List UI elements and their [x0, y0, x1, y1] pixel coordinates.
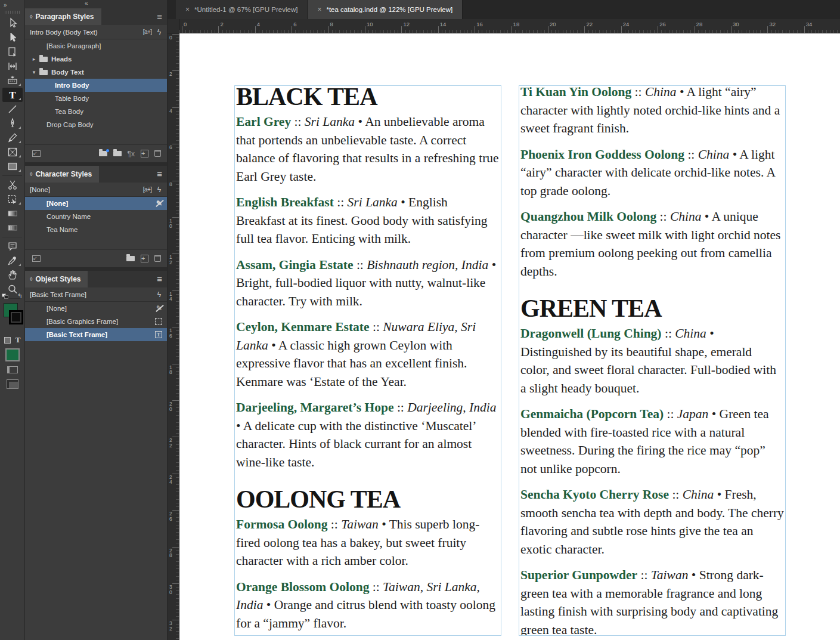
character-styles-tab[interactable]: ◊ Character Styles: [25, 166, 99, 183]
page-tool[interactable]: [2, 45, 23, 59]
note-tool[interactable]: [2, 239, 23, 253]
section-heading[interactable]: GREEN TEA: [520, 295, 784, 322]
apply-color-button[interactable]: [5, 348, 20, 361]
new-style-group-icon[interactable]: [113, 151, 122, 156]
section-heading[interactable]: OOLONG TEA: [236, 486, 500, 513]
style-row[interactable]: Tea Body: [25, 105, 167, 118]
paragraph-styles-footer: ↙ ¶x +: [25, 144, 167, 162]
section-heading[interactable]: BLACK TEA: [236, 85, 500, 110]
object-styles-tab[interactable]: ◊ Object Styles: [25, 271, 88, 287]
frame-tool[interactable]: [2, 145, 23, 159]
new-style-group-icon[interactable]: [126, 256, 135, 261]
ruler-corner[interactable]: [168, 19, 179, 33]
ruler-tick-label: 0: [184, 21, 187, 27]
close-tab-icon[interactable]: ×: [317, 5, 321, 14]
style-row[interactable]: ▾Body Text: [25, 66, 167, 79]
style-row[interactable]: Table Body: [25, 92, 167, 105]
horizontal-ruler[interactable]: 0246810121416182022242628303234: [168, 19, 840, 33]
tea-entry[interactable]: Quangzhou Milk Oolong :: China • A uniqu…: [520, 208, 784, 280]
graphics-frame-icon: [155, 318, 162, 325]
clear-overrides-icon[interactable]: ¶x: [128, 150, 135, 158]
style-row[interactable]: [Basic Paragraph]: [25, 39, 167, 52]
panel-menu-icon[interactable]: ≡: [157, 274, 162, 284]
style-row[interactable]: [Basic Text Frame]T: [25, 328, 167, 341]
scissors-tool[interactable]: [2, 178, 23, 192]
tea-entry[interactable]: Assam, Gingia Estate :: Bishnauth region…: [236, 256, 500, 311]
eyedropper-tool[interactable]: [2, 253, 23, 268]
caret-expanded-icon[interactable]: ▾: [30, 69, 38, 75]
style-group-options-icon[interactable]: [99, 151, 107, 156]
style-row[interactable]: ▸Heads: [25, 52, 167, 66]
rectangle-tool[interactable]: [2, 159, 23, 174]
delete-style-icon[interactable]: [154, 150, 161, 157]
tea-entry[interactable]: Ceylon, Kenmare Estate :: Nuwara Eliya, …: [236, 318, 500, 391]
gap-tool[interactable]: [2, 59, 23, 73]
tea-entry[interactable]: Superior Gunpowder :: Taiwan • Strong da…: [520, 566, 784, 636]
style-row[interactable]: [Basic Graphics Frame]: [25, 315, 167, 328]
create-new-style-icon[interactable]: +: [141, 150, 148, 157]
swap-fill-stroke-icon[interactable]: ↰: [17, 292, 23, 300]
ruler-tick-label: 2 2: [169, 438, 172, 448]
gradient-tool[interactable]: [2, 206, 23, 221]
tea-entry[interactable]: Darjeeling, Margaret’s Hope :: Darjeelin…: [236, 398, 500, 471]
style-row[interactable]: [None]✎: [25, 197, 167, 210]
tab-tea-catalog[interactable]: × *tea catalog.indd @ 122% [GPU Preview]: [308, 0, 463, 19]
direct-selection-tool[interactable]: [2, 30, 23, 45]
delete-style-icon[interactable]: [154, 255, 161, 262]
style-row[interactable]: Tea Name: [25, 223, 167, 236]
folder-icon: [39, 70, 48, 75]
ruler-tick-label: 28: [696, 21, 703, 27]
caret-collapsed-icon[interactable]: ▸: [30, 56, 38, 62]
vertical-ruler[interactable]: 024681 01 21 41 61 82 02 22 42 62 83 03 …: [168, 33, 179, 640]
formatting-affects-container-icon[interactable]: [4, 337, 11, 344]
content-collector-tool[interactable]: [2, 73, 23, 88]
stroke-color-swatch[interactable]: [9, 310, 23, 324]
text-frame-left-column[interactable]: BLACK TEAEarl Grey :: Sri Lanka • An unb…: [234, 85, 501, 636]
screen-mode-icon[interactable]: [7, 379, 18, 389]
type-tool[interactable]: T: [2, 88, 23, 102]
style-override-icon: [a+]: [143, 29, 152, 35]
text-frame-right-column[interactable]: Ti Kuan Yin Oolong :: China • A light “a…: [519, 85, 786, 636]
tea-entry[interactable]: English Breakfast :: Sri Lanka • English…: [236, 193, 500, 248]
tea-entry[interactable]: Dragonwell (Lung Ching) :: China • Disti…: [520, 324, 784, 397]
dock-collapse-icon[interactable]: «: [25, 0, 167, 8]
tea-entry[interactable]: Sencha Kyoto Cherry Rose :: China • Fres…: [520, 486, 784, 558]
tea-origin: China: [698, 147, 730, 162]
tea-entry[interactable]: Phoenix Iron Goddess Oolong :: China • A…: [520, 146, 784, 200]
style-name: Body Text: [51, 69, 84, 76]
load-styles-icon[interactable]: ↙: [32, 150, 41, 157]
formatting-affects-text-icon[interactable]: T: [16, 335, 21, 345]
pen-tool[interactable]: [2, 116, 23, 131]
tea-entry[interactable]: Orange Blossom Oolong :: Taiwan, Sri Lan…: [236, 578, 500, 633]
toolbar-grip[interactable]: [5, 11, 20, 14]
tea-entry[interactable]: Ti Kuan Yin Oolong :: China • A light “a…: [520, 85, 784, 138]
style-row[interactable]: Country Name: [25, 210, 167, 223]
style-row[interactable]: Drop Cap Body: [25, 118, 167, 131]
tea-entry[interactable]: Formosa Oolong :: Taiwan • This superb l…: [236, 515, 500, 570]
panel-menu-icon[interactable]: ≡: [157, 11, 162, 21]
ruler-tick-label: 1 2: [169, 255, 172, 265]
hand-tool[interactable]: [2, 268, 23, 282]
load-styles-icon[interactable]: ↙: [32, 255, 41, 262]
fill-stroke-controls: ↰: [0, 301, 25, 334]
style-row[interactable]: Intro Body: [25, 79, 167, 92]
tea-entry[interactable]: Earl Grey :: Sri Lanka • An unbelievable…: [236, 113, 500, 185]
panel-menu-icon[interactable]: ≡: [157, 169, 162, 179]
default-fill-stroke-icon[interactable]: [2, 293, 9, 299]
close-tab-icon[interactable]: ×: [185, 5, 190, 14]
tea-name: Quangzhou Milk Oolong: [520, 209, 656, 224]
free-transform-tool[interactable]: [2, 192, 23, 206]
tea-entry[interactable]: Genmaicha (Popcorn Tea) :: Japan • Green…: [520, 405, 784, 478]
paragraph-styles-tab[interactable]: ◊ Paragraph Styles: [25, 8, 101, 25]
create-new-style-icon[interactable]: +: [141, 255, 148, 262]
line-tool[interactable]: [2, 102, 23, 116]
ruler-tick-label: 34: [806, 21, 813, 27]
style-row[interactable]: [None]✎: [25, 302, 167, 315]
gradient-feather-tool[interactable]: [2, 221, 23, 235]
view-options-icon[interactable]: [7, 366, 18, 373]
style-name: Heads: [51, 55, 72, 63]
tab-untitled-1[interactable]: × *Untitled-1 @ 67% [GPU Preview]: [176, 0, 308, 19]
selection-tool[interactable]: [2, 16, 23, 30]
toolbar-expand-icon[interactable]: »: [0, 0, 24, 10]
pencil-tool[interactable]: [2, 131, 23, 145]
